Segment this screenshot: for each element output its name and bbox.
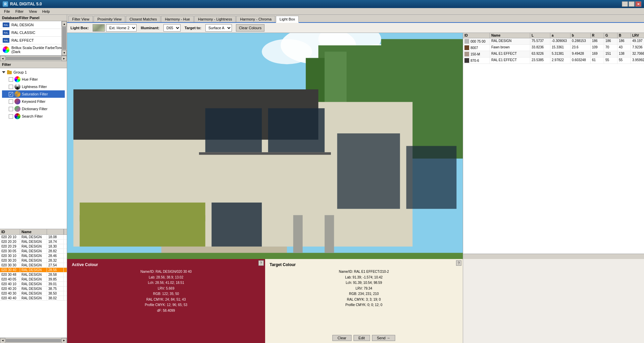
scene-select[interactable]: Ext. Home 2 <box>106 24 137 32</box>
table-row[interactable]: 020 40 05 RAL DESIGN 39.85 <box>0 277 67 282</box>
target-btn-row: Clear Edit Send → <box>333 335 395 341</box>
table-row[interactable]: 020 20 20 RAL DESIGN 18.74 <box>0 240 67 244</box>
matches-col-a: a <box>550 33 571 38</box>
target-select[interactable]: Surface A <box>205 24 232 32</box>
matches-row[interactable]: 150-M RAL E1 EFFECT 63.9226 5.31381 9.49… <box>463 51 644 57</box>
active-question-btn[interactable]: ? <box>258 260 264 266</box>
svg-rect-24 <box>293 215 303 253</box>
table-scroll-right[interactable]: ► <box>61 338 67 343</box>
saturation-checkbox[interactable]: ✓ <box>9 92 13 96</box>
matches-col-R: R <box>591 33 604 38</box>
ac-df-label: dF: <box>157 309 162 312</box>
target-question-btn[interactable]: ? <box>456 260 461 266</box>
menu-view[interactable]: View <box>26 9 40 14</box>
table-row[interactable]: 020 20 29 RAL DESIGN 18.30 <box>0 244 67 249</box>
minimize-button[interactable]: _ <box>622 1 628 7</box>
mc-L: 63.9226 <box>530 51 550 57</box>
keyword-checkbox[interactable] <box>9 99 13 104</box>
mc-R: 109 <box>591 45 604 51</box>
clear-button[interactable]: Clear <box>333 335 351 341</box>
lightness-checkbox[interactable] <box>9 85 13 89</box>
menu-filter[interactable]: Filter <box>13 9 26 14</box>
svg-rect-25 <box>325 215 334 253</box>
db-item-ral-effect[interactable]: RAL RAL EFFECT <box>0 37 67 44</box>
table-horiz-scrollbar[interactable]: ◄ ► <box>0 338 67 343</box>
table-cell-val: 28.56 <box>47 268 64 272</box>
tc-lrv-label: LRV: <box>356 287 363 290</box>
scroll-right-arrow[interactable]: ► <box>61 56 67 61</box>
group-1-label: Group 1 <box>13 70 27 74</box>
filter-item-hue[interactable]: Hue Filter <box>2 76 65 83</box>
table-row[interactable]: 020 20 10 RAL DESIGN 18.08 <box>0 235 67 240</box>
filter-item-dictionary[interactable]: Dictionary Filter <box>2 105 65 113</box>
dictionary-checkbox[interactable] <box>9 107 13 111</box>
table-cell-val: 39.01 <box>47 282 64 286</box>
search-checkbox[interactable] <box>9 114 13 119</box>
matches-row[interactable]: 000 75 00 RAL DESIGN 75.5737 -0.309063 0… <box>463 38 644 45</box>
clear-colours-button[interactable]: Clear Colours <box>236 24 264 32</box>
tab-filter-view[interactable]: Filter View <box>68 16 93 22</box>
matches-row[interactable]: 8007 Fawn brown 33.8236 15.3361 23.6 109… <box>463 45 644 51</box>
mc-B: 55 <box>617 57 631 63</box>
close-button[interactable]: ✕ <box>635 1 641 7</box>
matches-body: 000 75 00 RAL DESIGN 75.5737 -0.309063 0… <box>463 38 644 254</box>
col-header-name[interactable]: Name <box>20 229 47 234</box>
mc-id: 8007 <box>463 45 490 51</box>
menu-help[interactable]: Help <box>40 9 53 14</box>
mc-b: 23.6 <box>571 45 591 51</box>
db-item-brillux[interactable]: Brillux Scala Dunkle FarbeTone (Dark <box>0 44 67 55</box>
horiz-scrollbar[interactable]: ◄ ► <box>0 56 67 61</box>
db-scrollbar[interactable]: ▲ ▼ <box>61 21 67 55</box>
matches-row[interactable]: 870-6 RAL E1 EFFECT 23.5385 2.97822 0.60… <box>463 57 644 64</box>
table-row[interactable]: 020 30 40 RAL DESIGN 28.56 <box>0 268 67 272</box>
table-cell-id: 020 30 40 <box>0 268 20 272</box>
ral-classic-icon: RAL <box>3 30 9 35</box>
col-header-id[interactable]: ID <box>0 229 20 234</box>
tab-harmony-chroma[interactable]: Harmony - Chroma <box>236 16 275 22</box>
tc-lrv-value: 79.34 <box>364 287 372 290</box>
db-item-ral-design[interactable]: RAL RAL DESIGN <box>0 21 67 29</box>
filter-item-saturation[interactable]: ✓ Saturation Filter <box>2 90 65 98</box>
mc-LRV: 7.9236 <box>631 45 644 51</box>
target-colour-panel: ? Target Colour Name/ID: RAL E1 EFFECT/2… <box>265 259 463 343</box>
db-item-ral-classic[interactable]: RAL RAL CLASSIC <box>0 29 67 37</box>
ac-df-value: 58.4099 <box>163 309 175 312</box>
scroll-down-arrow[interactable]: ▼ <box>62 50 67 55</box>
table-row[interactable]: 020 40 10 RAL DESIGN 39.01 <box>0 282 67 287</box>
filter-group-header[interactable]: Group 1 <box>2 70 65 75</box>
matches-scrollbar[interactable] <box>463 254 644 259</box>
filter-item-lightness[interactable]: Lightness Filter <box>2 83 65 90</box>
scroll-left-arrow[interactable]: ◄ <box>0 56 5 61</box>
tab-light-box[interactable]: Light Box <box>276 16 299 23</box>
tab-harmony-lightness[interactable]: Harmony - Lightness <box>194 16 236 22</box>
tab-proximity-view[interactable]: Proximity View <box>94 16 125 22</box>
table-row[interactable]: 020 30 30 RAL DESIGN 27.54 <box>0 263 67 268</box>
window-controls: _ □ ✕ <box>622 1 641 7</box>
table-row[interactable]: 020 40 40 RAL DESIGN 38.02 <box>0 296 67 301</box>
ac-rgb-label: RGB: <box>153 292 161 296</box>
illuminant-select[interactable]: D65 <box>163 24 181 32</box>
menu-file[interactable]: File <box>1 9 13 14</box>
scroll-up-arrow[interactable]: ▲ <box>62 21 67 27</box>
table-row[interactable]: 020 40 30 RAL DESIGN 38.50 <box>0 291 67 296</box>
tab-closest-matches[interactable]: Closest Matches <box>126 16 160 22</box>
send-button[interactable]: Send → <box>372 335 395 341</box>
tab-harmony-hue[interactable]: Harmony - Hue <box>161 16 194 22</box>
table-row[interactable]: 020 30 20 RAL DESIGN 28.32 <box>0 258 67 263</box>
table-row[interactable]: 020 30 48 RAL DESIGN 28.58 <box>0 272 67 277</box>
lightbox-scene-selector: Ext. Home 2 <box>93 24 137 32</box>
maximize-button[interactable]: □ <box>629 1 635 7</box>
filter-item-keyword[interactable]: Keyword Filter <box>2 98 65 105</box>
table-row[interactable]: 020 30 05 RAL DESIGN 28.82 <box>0 249 67 254</box>
edit-button[interactable]: Edit <box>353 335 370 341</box>
table-scroll-left[interactable]: ◄ <box>0 338 5 343</box>
hue-checkbox[interactable] <box>9 77 13 82</box>
table-row[interactable]: 020 40 20 RAL DESIGN 38.75 <box>0 287 67 291</box>
svg-rect-15 <box>199 152 331 155</box>
table-cell-val: 38.50 <box>47 291 64 296</box>
col-header-val[interactable] <box>47 229 64 234</box>
table-row[interactable]: 020 30 10 RAL DESIGN 28.46 <box>0 254 67 258</box>
filter-item-search[interactable]: Search Filter <box>2 113 65 120</box>
mc-a: 15.3361 <box>550 45 571 51</box>
table-cell-val: 28.32 <box>47 258 64 263</box>
